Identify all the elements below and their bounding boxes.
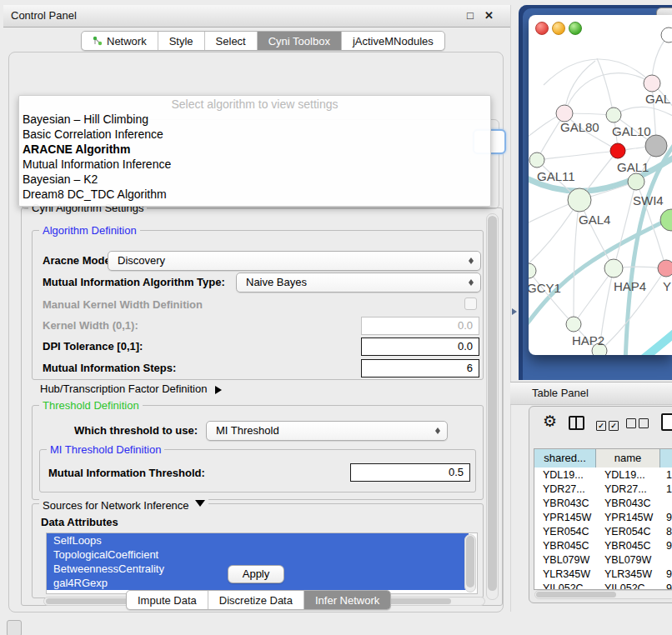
table-rows: YDL19... YDL19... 13 YDR27... YDR27... 1…: [534, 468, 672, 589]
table-panel-titlebar: Table Panel: [510, 382, 672, 405]
table-cell[interactable]: 8.: [666, 526, 672, 538]
column-header-name[interactable]: name: [596, 449, 660, 468]
algorithm-definition-box: Algorithm Definition Aracne Mode: Discov…: [32, 230, 484, 380]
settings-vscrollbar[interactable]: [486, 213, 499, 600]
cyni-bottom-tabbar: Impute Data Discretize Data Infer Networ…: [126, 590, 391, 610]
table-hscrollbar[interactable]: [534, 590, 672, 599]
network-view-window[interactable]: GAL GAL80 GAL10 GAL1 GAL11 SWI4 GAL4 GCY…: [529, 15, 672, 355]
table-cell[interactable]: YPR145W: [543, 512, 591, 523]
table-cell[interactable]: YLR345W: [604, 568, 652, 580]
table-cell[interactable]: YDL19...: [604, 469, 645, 481]
which-threshold-label: Which threshold to use:: [74, 424, 198, 437]
node-label: SWI4: [633, 193, 664, 208]
node-label: GAL11: [537, 169, 575, 183]
close-icon[interactable]: ✕: [484, 9, 494, 22]
mi-type-combo[interactable]: Naive Bayes: [236, 272, 481, 292]
tab-style[interactable]: Style: [158, 32, 204, 50]
data-attributes-list: SelfLoops TopologicalCoefficient Between…: [46, 532, 478, 594]
network-desktop-area: GAL GAL80 GAL10 GAL1 GAL11 SWI4 GAL4 GCY…: [519, 5, 672, 380]
node-label: Y: [663, 279, 671, 293]
dropdown-item[interactable]: Dream8 DC_TDC Algorithm: [23, 188, 167, 201]
which-threshold-combo[interactable]: MI Threshold: [206, 421, 448, 441]
threshold-definition-box: Threshold Definition Which threshold to …: [32, 405, 484, 500]
mi-steps-label: Mutual Information Steps:: [43, 362, 176, 374]
table-cell[interactable]: YBR043C: [543, 498, 589, 509]
gear-icon[interactable]: ⚙: [543, 412, 557, 431]
table-cell[interactable]: YER054C: [604, 526, 651, 538]
list-vscrollbar[interactable]: [464, 534, 476, 592]
hub-definition-toggle[interactable]: Hub/Transcription Factor Definition: [40, 382, 226, 395]
list-item[interactable]: TopologicalCoefficient: [47, 548, 469, 562]
table-cell[interactable]: YDR27...: [604, 483, 647, 495]
algorithm-dropdown-list: Select algorithm to view settings Bayesi…: [18, 95, 491, 207]
aracne-mode-combo[interactable]: Discovery: [108, 251, 481, 271]
tab-network-label: Network: [107, 35, 147, 48]
table-cell[interactable]: YPR145W: [604, 512, 653, 523]
node-label: GCY1: [529, 281, 561, 295]
table-cell[interactable]: 9: [666, 582, 672, 590]
new-table-icon[interactable]: [661, 413, 672, 431]
list-item[interactable]: SelfLoops: [47, 533, 469, 548]
table-cell[interactable]: YBL079W: [543, 554, 589, 566]
checked-columns-icon[interactable]: ✓✓: [596, 417, 619, 432]
collapsed-panel-icon[interactable]: [7, 620, 22, 635]
mi-threshold-field[interactable]: 0.5: [350, 463, 470, 482]
table-cell[interactable]: YBR043C: [604, 498, 651, 509]
dropdown-item-selected[interactable]: ARACNE Algorithm: [23, 142, 130, 156]
network-graph[interactable]: [529, 15, 672, 355]
table-cell[interactable]: 9.: [666, 568, 672, 580]
split-columns-icon[interactable]: [569, 416, 584, 430]
node-label: GAL80: [560, 120, 599, 134]
table-cell[interactable]: YIL052C: [604, 582, 645, 590]
kernel-width-field: 0.0: [361, 317, 479, 335]
dropdown-item[interactable]: Bayesian – Hill Climbing: [23, 112, 148, 126]
sources-box: Sources for Network Inference Data Attri…: [32, 503, 484, 598]
apply-button[interactable]: Apply: [228, 565, 284, 583]
dropdown-item[interactable]: Basic Correlation Inference: [23, 128, 163, 141]
table-cell[interactable]: 13: [666, 469, 672, 481]
dropdown-item[interactable]: Mutual Information Inference: [23, 158, 171, 171]
table-panel-title: Table Panel: [532, 387, 589, 399]
node-label: GAL10: [612, 124, 651, 138]
node-table: shared... name YDL19... YDL19... 13 YDR2…: [534, 448, 672, 590]
table-cell[interactable]: 9.: [666, 512, 672, 523]
collapse-down-icon: [195, 500, 205, 512]
node-label: HAP2: [572, 333, 604, 348]
table-cell[interactable]: 9.: [666, 540, 672, 552]
mi-threshold-box-title: MI Threshold Definition: [47, 443, 164, 456]
control-panel-tabbar: Network Style Select Cyni Toolbox jActiv…: [81, 31, 445, 51]
combo-arrows-icon: [468, 254, 474, 268]
tab-select[interactable]: Select: [204, 32, 257, 50]
tab-impute-data[interactable]: Impute Data: [127, 591, 208, 609]
table-cell[interactable]: YER054C: [543, 526, 589, 538]
table-cell[interactable]: YIL052C: [543, 582, 584, 590]
table-cell[interactable]: YLR345W: [543, 568, 590, 580]
node-label: HAP4: [614, 279, 646, 293]
tab-cyni-toolbox[interactable]: Cyni Toolbox: [257, 32, 341, 50]
tab-network[interactable]: Network: [82, 32, 158, 50]
table-cell[interactable]: YDR27...: [543, 483, 585, 495]
kernel-width-label: Kernel Width (0,1):: [43, 319, 138, 332]
node-label: GAL1: [617, 160, 649, 174]
dropdown-item[interactable]: Bayesian – K2: [23, 172, 98, 186]
tab-discretize-data[interactable]: Discretize Data: [208, 591, 303, 609]
sources-box-title[interactable]: Sources for Network Inference: [39, 498, 208, 512]
manual-kernel-label: Manual Kernel Width Definition: [43, 298, 203, 311]
dpi-tolerance-field[interactable]: 0.0: [361, 338, 479, 356]
table-cell[interactable]: 12: [666, 483, 672, 495]
table-cell[interactable]: YDL19...: [543, 469, 584, 481]
table-cell[interactable]: YBL079W: [604, 554, 651, 566]
tab-jactivemnodules[interactable]: jActiveMNodules: [341, 32, 444, 50]
manual-kernel-checkbox[interactable]: [464, 298, 477, 310]
mi-threshold-box: MI Threshold Definition Mutual Informati…: [39, 449, 476, 492]
column-header-partial[interactable]: [660, 449, 672, 468]
column-header-sharedname[interactable]: shared...: [534, 449, 596, 468]
float-window-icon[interactable]: □: [467, 9, 474, 22]
mi-type-label: Mutual Information Algorithm Type:: [43, 276, 225, 288]
mi-steps-field[interactable]: 6: [361, 359, 479, 378]
tab-infer-network[interactable]: Infer Network: [303, 591, 390, 609]
table-cell[interactable]: YBR045C: [543, 540, 589, 552]
unchecked-columns-icon[interactable]: [626, 417, 649, 432]
combo-arrows-icon: [434, 424, 441, 438]
table-cell[interactable]: YBR045C: [604, 540, 651, 552]
